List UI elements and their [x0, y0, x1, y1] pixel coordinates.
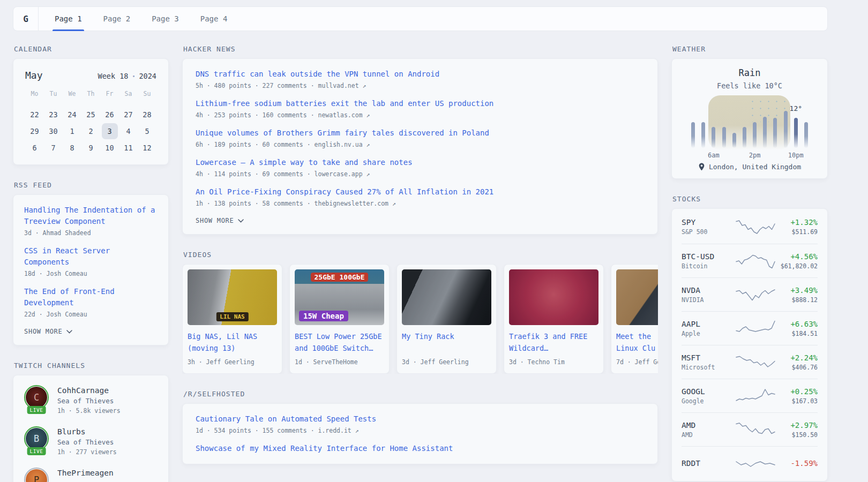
channel-game: Sea of Thieves	[57, 397, 121, 405]
weather-bar	[712, 127, 715, 148]
calendar-day: 30	[46, 123, 62, 139]
weather-bar	[804, 122, 808, 148]
rss-item-title[interactable]: Handling The Indentation of a Treeview C…	[24, 205, 158, 227]
hn-item-title[interactable]: Lowercase – A simple way to take and sha…	[196, 157, 645, 168]
calendar-header: May Week 18 • 2024	[25, 70, 156, 81]
stock-values: +4.56% $61,820.02	[776, 252, 818, 270]
video-thumbnail[interactable]: LIL NAS	[188, 269, 277, 325]
video-thumbnail[interactable]	[509, 269, 598, 325]
weather-bar-cell	[719, 101, 729, 148]
weather-widget: WEATHER Rain Feels like 10°C	[671, 45, 828, 179]
stock-change: +1.32%	[776, 218, 818, 227]
hn-item-title[interactable]: DNS traffic can leak outside the VPN tun…	[196, 69, 645, 80]
weather-temp-label: 12°	[790, 104, 802, 112]
hn-item: DNS traffic can leak outside the VPN tun…	[196, 69, 645, 89]
weather-bar	[722, 127, 726, 148]
stock-price: $888.12	[776, 296, 818, 304]
calendar-year: 2024	[139, 72, 156, 80]
video-title[interactable]: Meet the Linux Clu	[616, 331, 658, 354]
calendar-day: 28	[139, 107, 155, 123]
video-thumbnail[interactable]: 25GbE 100GbE 15W Cheap	[295, 269, 384, 325]
reddit-item-title[interactable]: Showcase of my Mixed Reality Interface f…	[196, 443, 645, 454]
stock-row[interactable]: BTC-USD Bitcoin +4.56% $61,820.02	[682, 244, 818, 277]
weather-bar	[763, 117, 767, 148]
reddit-card: Cautionary Tale on Automated Speed Tests…	[182, 403, 658, 464]
stock-name: AMD	[682, 431, 735, 439]
weather-bar-cell	[698, 101, 708, 148]
stock-name: Bitcoin	[682, 262, 735, 270]
show-more-button[interactable]: SHOW MORE	[196, 217, 645, 224]
hn-item: Lithium-free sodium batteries exit the l…	[196, 98, 645, 119]
calendar-day: 5	[139, 123, 155, 139]
rss-item-title[interactable]: The End of Front-End Development	[24, 286, 158, 308]
section-label-calendar: CALENDAR	[14, 45, 169, 53]
calendar-card: May Week 18 • 2024 Mo Tu We	[13, 58, 169, 165]
twitch-card: C LIVE CohhCarnage Sea of Thieves 1h · 5…	[13, 375, 169, 482]
weather-bar-cell	[688, 101, 698, 148]
weather-location-row: London, United Kingdom	[683, 163, 817, 171]
hn-item-title[interactable]: An Oil Price-Fixing Conspiracy Caused 27…	[196, 186, 645, 198]
stock-identity: SPY S&P 500	[682, 218, 735, 236]
video-title[interactable]: BEST Low Power 25GbE and 100GbE Switch…	[295, 331, 384, 354]
stock-symbol: BTC-USD	[682, 252, 735, 261]
nav-tab[interactable]: Page 1	[48, 7, 88, 31]
stock-row[interactable]: AAPL Apple +6.63% $184.51	[682, 311, 818, 345]
nav-tab[interactable]: Page 3	[145, 7, 185, 31]
hn-item-title[interactable]: Unique volumes of Brothers Grimm fairy t…	[196, 127, 645, 139]
chevron-down-icon	[66, 330, 72, 334]
stock-row[interactable]: RDDT -1.59%	[682, 446, 818, 480]
weather-bar-cell: 12° 10pm	[791, 101, 801, 148]
stock-sparkline	[735, 453, 776, 473]
stock-row[interactable]: SPY S&P 500 +1.32% $511.69	[682, 210, 818, 244]
video-card: Traefik 3 and FREE Wildcard… 3d · Techno…	[504, 264, 604, 374]
calendar-day: 10	[102, 140, 118, 156]
twitch-channel-row[interactable]: B LIVE Blurbs Sea of Thieves 1h · 277 vi…	[24, 426, 158, 456]
reddit-item-title[interactable]: Cautionary Tale on Automated Speed Tests	[196, 413, 645, 425]
nav-tab[interactable]: Page 2	[97, 7, 137, 31]
video-title[interactable]: My Tiny Rack	[402, 331, 491, 354]
show-more-button[interactable]: SHOW MORE	[24, 328, 158, 335]
twitch-channel-row[interactable]: P ThePrimeagen	[24, 468, 158, 482]
video-thumbnail[interactable]: FAS	[616, 269, 658, 325]
thumbnail-caption-top: 25GbE 100GbE	[311, 273, 369, 282]
video-title[interactable]: Big NAS, Lil NAS (moving 13)	[188, 331, 277, 354]
calendar-day: 11	[121, 140, 137, 156]
stock-values: -1.59%	[776, 459, 818, 468]
weather-bar-cell	[760, 101, 770, 148]
calendar-day: 26	[102, 107, 118, 123]
dashboard-page: G Page 1 Page 2 Page 3 Page 4 CALENDAR M…	[13, 6, 828, 482]
stock-row[interactable]: NVDA NVIDIA +3.49% $888.12	[682, 277, 818, 311]
channel-name: CohhCarnage	[57, 385, 121, 395]
stock-values: +2.97% $150.50	[776, 421, 818, 439]
stock-change: -1.59%	[776, 459, 818, 468]
stock-symbol: AAPL	[682, 320, 735, 328]
rss-item: Handling The Indentation of a Treeview C…	[24, 205, 158, 237]
video-title[interactable]: Traefik 3 and FREE Wildcard…	[509, 331, 598, 354]
calendar-widget: CALENDAR May Week 18 • 2024 Mo	[13, 45, 169, 165]
hn-item-meta: 1h · 138 points · 58 comments · thebigne…	[196, 200, 645, 207]
stock-price: $511.69	[776, 228, 818, 236]
rss-widget: RSS FEED Handling The Indentation of a T…	[13, 181, 169, 345]
stock-change: +2.97%	[776, 421, 818, 430]
stock-row[interactable]: AMD AMD +2.97% $150.50	[682, 412, 818, 446]
stock-price: $406.76	[776, 364, 818, 371]
stock-symbol: AMD	[682, 421, 735, 430]
stock-row[interactable]: MSFT Microsoft +2.24% $406.76	[682, 345, 818, 379]
stock-row[interactable]: GOOGL Google +0.25% $167.03	[682, 379, 818, 412]
twitch-channel-row[interactable]: C LIVE CohhCarnage Sea of Thieves 1h · 5…	[24, 385, 158, 415]
stock-values: +6.63% $184.51	[776, 320, 818, 337]
rss-item-title[interactable]: CSS in React Server Components	[24, 245, 158, 268]
hn-item: Unique volumes of Brothers Grimm fairy t…	[196, 127, 645, 148]
reddit-item-meta: 1d · 534 points · 155 comments · i.redd.…	[196, 427, 645, 434]
channel-meta: 1h · 277 viewers	[57, 448, 117, 456]
video-card: LIL NAS Big NAS, Lil NAS (moving 13) 3h …	[182, 264, 282, 374]
hackernews-widget: HACKER NEWS DNS traffic can leak outside…	[182, 45, 658, 235]
app-logo[interactable]: G	[13, 7, 39, 31]
hn-item-title[interactable]: Lithium-free sodium batteries exit the l…	[196, 98, 645, 109]
video-thumbnail[interactable]	[402, 269, 491, 325]
avatar: B	[26, 428, 47, 449]
stock-symbol: SPY	[682, 218, 735, 227]
middle-column: HACKER NEWS DNS traffic can leak outside…	[182, 45, 658, 464]
nav-tab[interactable]: Page 4	[194, 7, 234, 31]
stock-values: +1.32% $511.69	[776, 218, 818, 236]
